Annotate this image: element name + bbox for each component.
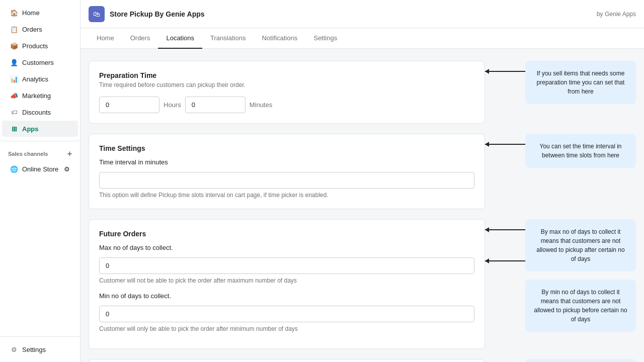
sidebar-item-apps[interactable]: ⊞ Apps [2, 121, 78, 137]
sidebar-item-label: Marketing [22, 92, 51, 100]
hours-label: Hours [164, 101, 181, 109]
online-store-settings-icon[interactable]: ⚙ [64, 165, 70, 173]
future-orders-arrow-min [485, 260, 525, 261]
tab-settings[interactable]: Settings [305, 28, 345, 49]
tab-locations[interactable]: Locations [158, 28, 202, 49]
time-settings-title: Time Settings [99, 144, 474, 152]
main-content: 🛍 Store Pickup By Genie Apps by Genie Ap… [80, 0, 644, 362]
sidebar-item-customers[interactable]: 👤 Customers [2, 54, 78, 70]
future-orders-callout-max: By max no of days to collect it means th… [525, 219, 636, 272]
sidebar-item-label: Settings [22, 346, 46, 353]
preparation-time-card: Preparation Time Time required before cu… [89, 61, 485, 124]
min-days-label: Min no of days to collect. [99, 292, 474, 300]
sidebar-nav: 🏠 Home 📋 Orders 📦 Products 👤 Customers 📊… [0, 0, 80, 336]
sidebar-item-home[interactable]: 🏠 Home [2, 5, 78, 21]
sidebar-item-label: Products [22, 42, 48, 50]
sidebar-item-label: Orders [22, 26, 42, 33]
sidebar-item-label: Discounts [22, 109, 51, 116]
sidebar-item-label: Online Store [22, 165, 58, 173]
email-callout: If you want someone to be notified whene… [525, 359, 636, 362]
topbar: 🛍 Store Pickup By Genie Apps by Genie Ap… [80, 0, 644, 28]
tab-notifications[interactable]: Notifications [254, 28, 305, 49]
page-inner: Preparation Time Time required before cu… [89, 61, 636, 362]
email-notification-section: Email when pickup order has been created… [89, 359, 636, 362]
time-settings-arrow [485, 134, 525, 145]
sidebar-item-orders[interactable]: 📋 Orders [2, 21, 78, 37]
future-orders-arrows [485, 219, 525, 261]
discounts-icon: 🏷 [10, 108, 18, 116]
tab-translations[interactable]: Translations [202, 28, 254, 49]
tab-home[interactable]: Home [89, 28, 122, 49]
orders-icon: 📋 [10, 25, 18, 33]
future-orders-arrow-max [485, 229, 525, 230]
min-days-hint: Customer will only be able to pick the o… [99, 325, 474, 332]
customers-icon: 👤 [10, 58, 18, 66]
future-orders-section: Future Orders Max no of days to collect.… [89, 219, 636, 349]
preparation-time-title: Preparation Time [99, 71, 474, 79]
app-title: Store Pickup By Genie Apps [110, 10, 205, 18]
time-interval-hint: This option will define Pickup time slot… [99, 192, 474, 199]
future-orders-callout-min: By min no of days to collect it means th… [525, 280, 636, 332]
minutes-input[interactable] [185, 97, 246, 113]
marketing-icon: 📣 [10, 92, 18, 100]
arrow-line [485, 71, 525, 72]
future-orders-card: Future Orders Max no of days to collect.… [89, 219, 485, 349]
time-settings-section: Time Settings Time interval in minutes T… [89, 134, 636, 209]
max-days-hint: Customer will not be able to pick the or… [99, 277, 474, 284]
arrow-line-2 [485, 144, 525, 145]
sidebar-bottom: ⚙ Settings [0, 336, 80, 362]
sidebar-item-analytics[interactable]: 📊 Analytics [2, 71, 78, 87]
topbar-left: 🛍 Store Pickup By Genie Apps [89, 6, 205, 22]
sales-channels-label: Sales channels + [0, 145, 80, 160]
app-icon: 🛍 [89, 6, 105, 22]
settings-icon: ⚙ [10, 345, 18, 353]
sidebar-divider [0, 141, 80, 141]
time-interval-input[interactable] [99, 172, 474, 189]
time-settings-callout: You can set the time interval in between… [525, 134, 636, 168]
max-days-group: Max no of days to collect. Customer will… [99, 244, 474, 284]
sidebar-item-marketing[interactable]: 📣 Marketing [2, 87, 78, 104]
apps-icon: ⊞ [10, 125, 18, 133]
preparation-time-callout: If you sell items that needs some prepar… [525, 61, 636, 104]
tabs-bar: Home Orders Locations Translations Notif… [80, 28, 644, 49]
products-icon: 📦 [10, 42, 18, 50]
add-sales-channel-icon[interactable]: + [67, 149, 72, 158]
sidebar-item-label: Analytics [22, 75, 48, 83]
sidebar-item-label: Apps [22, 125, 39, 133]
arrow-line-4 [485, 260, 525, 261]
preparation-time-subtitle: Time required before customers can picku… [99, 81, 474, 88]
sidebar-item-discounts[interactable]: 🏷 Discounts [2, 104, 78, 120]
future-orders-title: Future Orders [99, 230, 474, 238]
sidebar-item-label: Customers [22, 59, 54, 66]
online-store-icon: 🌐 [10, 165, 18, 173]
max-days-input[interactable] [99, 257, 474, 274]
sidebar-item-online-store[interactable]: 🌐 Online Store ⚙ [2, 161, 78, 177]
sidebar-item-products[interactable]: 📦 Products [2, 38, 78, 54]
sidebar-item-settings[interactable]: ⚙ Settings [2, 341, 78, 357]
min-days-input[interactable] [99, 306, 474, 322]
preparation-time-inputs: Hours Minutes [99, 97, 474, 113]
page-body: Preparation Time Time required before cu… [80, 49, 644, 362]
email-notification-card: Email when pickup order has been created… [89, 359, 485, 362]
home-icon: 🏠 [10, 9, 18, 17]
preparation-time-section: Preparation Time Time required before cu… [89, 61, 636, 124]
topbar-byline: by Genie Apps [597, 11, 636, 18]
time-settings-card: Time Settings Time interval in minutes T… [89, 134, 485, 209]
preparation-time-arrow [485, 61, 525, 72]
tab-orders[interactable]: Orders [122, 28, 158, 49]
min-days-group: Min no of days to collect. Customer will… [99, 292, 474, 332]
email-arrow [485, 359, 525, 362]
time-interval-label: Time interval in minutes [99, 158, 474, 166]
minutes-label: Minutes [250, 101, 273, 109]
analytics-icon: 📊 [10, 75, 18, 83]
max-days-label: Max no of days to collect. [99, 244, 474, 251]
arrow-line-3 [485, 229, 525, 230]
sidebar: 🏠 Home 📋 Orders 📦 Products 👤 Customers 📊… [0, 0, 80, 362]
hours-input[interactable] [99, 97, 159, 113]
sidebar-item-label: Home [22, 9, 40, 17]
future-orders-callouts: By max no of days to collect it means th… [525, 219, 636, 332]
